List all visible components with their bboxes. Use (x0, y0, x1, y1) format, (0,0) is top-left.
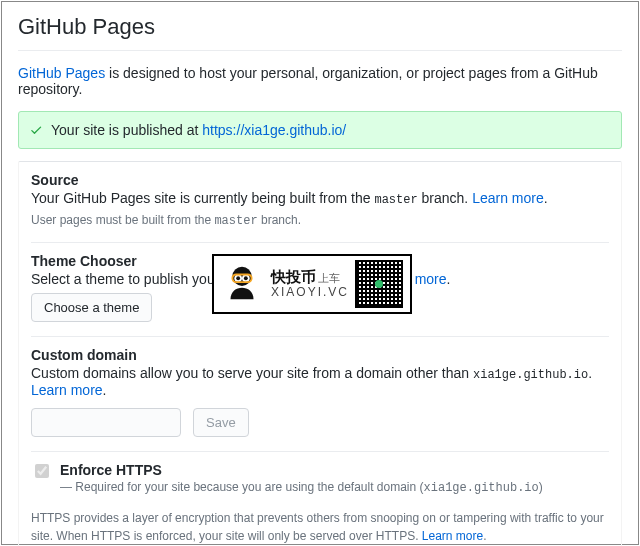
enforce-https-checkbox[interactable] (35, 464, 49, 478)
source-branch: master (374, 193, 417, 207)
settings-panel: GitHub Pages GitHub Pages is designed to… (1, 1, 639, 545)
flash-prefix: Your site is published at (51, 122, 202, 138)
enforce-https-sub: — Required for your site because you are… (60, 480, 543, 494)
source-learn-more-link[interactable]: Learn more (472, 190, 544, 206)
watermark-qr-icon (355, 260, 403, 308)
intro-text: GitHub Pages is designed to host your pe… (18, 65, 622, 97)
watermark-overlay: 快投币上车 XIAOYI.VC (212, 254, 412, 314)
source-section: Source Your GitHub Pages site is current… (31, 172, 609, 228)
watermark-avatar-icon (219, 261, 265, 307)
custom-domain-input[interactable] (31, 408, 181, 437)
source-description: Your GitHub Pages site is currently bein… (31, 190, 609, 207)
enforce-https-label: Enforce HTTPS (60, 462, 162, 478)
https-section: Enforce HTTPS — Required for your site b… (31, 451, 609, 545)
flash-text: Your site is published at https://xia1ge… (51, 122, 346, 138)
enforce-https-row: Enforce HTTPS — Required for your site b… (31, 462, 609, 495)
https-learn-more-link[interactable]: Learn more (422, 529, 483, 543)
custom-domain-section: Custom domain Custom domains allow you t… (31, 336, 609, 437)
publish-flash: Your site is published at https://xia1ge… (18, 111, 622, 149)
watermark-text: 快投币上车 XIAOYI.VC (271, 269, 349, 299)
page-title: GitHub Pages (18, 14, 622, 40)
https-description: HTTPS provides a layer of encryption tha… (31, 509, 609, 545)
enforce-https-labelwrap: Enforce HTTPS — Required for your site b… (60, 462, 543, 495)
svg-point-3 (236, 276, 240, 280)
svg-point-4 (244, 276, 248, 280)
source-hint: User pages must be built from the master… (31, 213, 609, 228)
custom-domain-description: Custom domains allow you to serve your s… (31, 365, 609, 398)
save-domain-button[interactable]: Save (193, 408, 249, 437)
settings-card: Source Your GitHub Pages site is current… (18, 161, 622, 546)
custom-domain-heading: Custom domain (31, 347, 609, 363)
intro-link[interactable]: GitHub Pages (18, 65, 105, 81)
intro-rest: is designed to host your personal, organ… (18, 65, 598, 97)
custom-domain-form: Save (31, 408, 609, 437)
source-heading: Source (31, 172, 609, 188)
check-icon (29, 123, 43, 137)
choose-theme-button[interactable]: Choose a theme (31, 293, 152, 322)
published-url-link[interactable]: https://xia1ge.github.io/ (202, 122, 346, 138)
domain-learn-more-link[interactable]: Learn more (31, 382, 103, 398)
default-domain: xia1ge.github.io (473, 368, 588, 382)
divider (18, 50, 622, 51)
